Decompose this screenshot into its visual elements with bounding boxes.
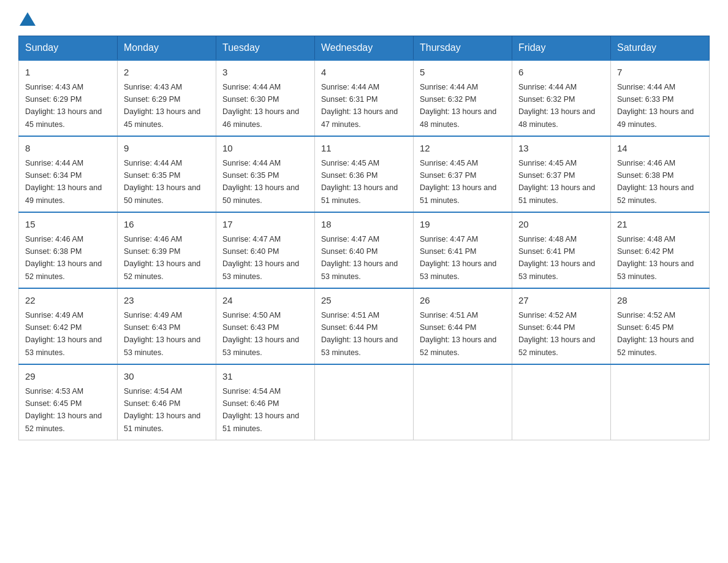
day-number: 1 <box>25 66 111 80</box>
day-info: Sunrise: 4:48 AMSunset: 6:41 PMDaylight:… <box>518 235 595 281</box>
day-info: Sunrise: 4:44 AMSunset: 6:30 PMDaylight:… <box>222 83 299 129</box>
day-number: 31 <box>222 370 308 384</box>
day-info: Sunrise: 4:47 AMSunset: 6:41 PMDaylight:… <box>420 235 496 281</box>
header <box>18 12 710 23</box>
day-number: 7 <box>617 66 703 80</box>
calendar-cell: 6Sunrise: 4:44 AMSunset: 6:32 PMDaylight… <box>512 60 611 136</box>
day-number: 8 <box>25 142 111 156</box>
calendar-cell <box>611 364 710 440</box>
calendar-cell: 25Sunrise: 4:51 AMSunset: 6:44 PMDayligh… <box>315 288 414 364</box>
day-number: 11 <box>321 142 407 156</box>
day-info: Sunrise: 4:49 AMSunset: 6:42 PMDaylight:… <box>25 311 102 357</box>
day-info: Sunrise: 4:44 AMSunset: 6:35 PMDaylight:… <box>124 159 200 205</box>
day-info: Sunrise: 4:47 AMSunset: 6:40 PMDaylight:… <box>222 235 299 281</box>
day-number: 23 <box>124 294 210 308</box>
weekday-header-thursday: Thursday <box>414 36 512 61</box>
weekday-header-wednesday: Wednesday <box>315 36 414 61</box>
calendar-week-row: 22Sunrise: 4:49 AMSunset: 6:42 PMDayligh… <box>19 288 710 364</box>
day-number: 30 <box>124 370 210 384</box>
day-info: Sunrise: 4:50 AMSunset: 6:43 PMDaylight:… <box>222 311 299 357</box>
day-number: 21 <box>617 218 703 232</box>
calendar-cell: 9Sunrise: 4:44 AMSunset: 6:35 PMDaylight… <box>118 136 216 212</box>
calendar-week-row: 29Sunrise: 4:53 AMSunset: 6:45 PMDayligh… <box>19 364 710 440</box>
day-info: Sunrise: 4:53 AMSunset: 6:45 PMDaylight:… <box>25 387 102 433</box>
day-info: Sunrise: 4:44 AMSunset: 6:34 PMDaylight:… <box>25 159 102 205</box>
day-info: Sunrise: 4:45 AMSunset: 6:36 PMDaylight:… <box>321 159 398 205</box>
day-number: 25 <box>321 294 407 308</box>
day-info: Sunrise: 4:54 AMSunset: 6:46 PMDaylight:… <box>124 387 200 433</box>
day-number: 3 <box>222 66 308 80</box>
calendar-cell: 4Sunrise: 4:44 AMSunset: 6:31 PMDaylight… <box>315 60 414 136</box>
day-info: Sunrise: 4:43 AMSunset: 6:29 PMDaylight:… <box>124 83 200 129</box>
day-number: 18 <box>321 218 407 232</box>
calendar-cell: 2Sunrise: 4:43 AMSunset: 6:29 PMDaylight… <box>118 60 216 136</box>
calendar-cell: 12Sunrise: 4:45 AMSunset: 6:37 PMDayligh… <box>414 136 512 212</box>
day-number: 22 <box>25 294 111 308</box>
weekday-header-sunday: Sunday <box>19 36 118 61</box>
day-number: 14 <box>617 142 703 156</box>
calendar-cell: 18Sunrise: 4:47 AMSunset: 6:40 PMDayligh… <box>315 212 414 288</box>
calendar-cell: 11Sunrise: 4:45 AMSunset: 6:36 PMDayligh… <box>315 136 414 212</box>
calendar-week-row: 1Sunrise: 4:43 AMSunset: 6:29 PMDaylight… <box>19 60 710 136</box>
day-info: Sunrise: 4:43 AMSunset: 6:29 PMDaylight:… <box>25 83 102 129</box>
calendar-cell: 24Sunrise: 4:50 AMSunset: 6:43 PMDayligh… <box>216 288 315 364</box>
day-info: Sunrise: 4:51 AMSunset: 6:44 PMDaylight:… <box>321 311 398 357</box>
day-info: Sunrise: 4:44 AMSunset: 6:35 PMDaylight:… <box>222 159 299 205</box>
calendar-cell: 19Sunrise: 4:47 AMSunset: 6:41 PMDayligh… <box>414 212 512 288</box>
day-info: Sunrise: 4:44 AMSunset: 6:32 PMDaylight:… <box>518 83 595 129</box>
day-number: 20 <box>518 218 604 232</box>
calendar-cell: 28Sunrise: 4:52 AMSunset: 6:45 PMDayligh… <box>611 288 710 364</box>
day-number: 6 <box>518 66 604 80</box>
day-number: 4 <box>321 66 407 80</box>
calendar-cell: 17Sunrise: 4:47 AMSunset: 6:40 PMDayligh… <box>216 212 315 288</box>
calendar-cell <box>512 364 611 440</box>
day-info: Sunrise: 4:44 AMSunset: 6:33 PMDaylight:… <box>617 83 694 129</box>
calendar-cell: 23Sunrise: 4:49 AMSunset: 6:43 PMDayligh… <box>118 288 216 364</box>
day-info: Sunrise: 4:46 AMSunset: 6:39 PMDaylight:… <box>124 235 200 281</box>
calendar-cell: 16Sunrise: 4:46 AMSunset: 6:39 PMDayligh… <box>118 212 216 288</box>
calendar-cell: 10Sunrise: 4:44 AMSunset: 6:35 PMDayligh… <box>216 136 315 212</box>
calendar-cell: 20Sunrise: 4:48 AMSunset: 6:41 PMDayligh… <box>512 212 611 288</box>
day-info: Sunrise: 4:46 AMSunset: 6:38 PMDaylight:… <box>617 159 694 205</box>
day-number: 10 <box>222 142 308 156</box>
weekday-header-monday: Monday <box>118 36 216 61</box>
calendar-week-row: 15Sunrise: 4:46 AMSunset: 6:38 PMDayligh… <box>19 212 710 288</box>
calendar-week-row: 8Sunrise: 4:44 AMSunset: 6:34 PMDaylight… <box>19 136 710 212</box>
weekday-header-row: SundayMondayTuesdayWednesdayThursdayFrid… <box>19 36 710 61</box>
weekday-header-saturday: Saturday <box>611 36 710 61</box>
calendar-cell: 8Sunrise: 4:44 AMSunset: 6:34 PMDaylight… <box>19 136 118 212</box>
weekday-header-tuesday: Tuesday <box>216 36 315 61</box>
calendar-cell: 14Sunrise: 4:46 AMSunset: 6:38 PMDayligh… <box>611 136 710 212</box>
day-number: 29 <box>25 370 111 384</box>
day-number: 28 <box>617 294 703 308</box>
day-info: Sunrise: 4:51 AMSunset: 6:44 PMDaylight:… <box>420 311 496 357</box>
calendar-cell: 5Sunrise: 4:44 AMSunset: 6:32 PMDaylight… <box>414 60 512 136</box>
day-number: 5 <box>420 66 506 80</box>
day-number: 16 <box>124 218 210 232</box>
calendar-table: SundayMondayTuesdayWednesdayThursdayFrid… <box>18 36 710 440</box>
calendar-cell: 30Sunrise: 4:54 AMSunset: 6:46 PMDayligh… <box>118 364 216 440</box>
calendar-cell: 1Sunrise: 4:43 AMSunset: 6:29 PMDaylight… <box>19 60 118 136</box>
day-info: Sunrise: 4:45 AMSunset: 6:37 PMDaylight:… <box>518 159 595 205</box>
day-number: 27 <box>518 294 604 308</box>
day-number: 9 <box>124 142 210 156</box>
day-number: 12 <box>420 142 506 156</box>
day-info: Sunrise: 4:44 AMSunset: 6:32 PMDaylight:… <box>420 83 496 129</box>
day-info: Sunrise: 4:44 AMSunset: 6:31 PMDaylight:… <box>321 83 398 129</box>
day-info: Sunrise: 4:47 AMSunset: 6:40 PMDaylight:… <box>321 235 398 281</box>
day-number: 13 <box>518 142 604 156</box>
calendar-cell: 21Sunrise: 4:48 AMSunset: 6:42 PMDayligh… <box>611 212 710 288</box>
calendar-cell: 13Sunrise: 4:45 AMSunset: 6:37 PMDayligh… <box>512 136 611 212</box>
calendar-cell <box>414 364 512 440</box>
day-info: Sunrise: 4:52 AMSunset: 6:44 PMDaylight:… <box>518 311 595 357</box>
day-number: 26 <box>420 294 506 308</box>
calendar-cell: 31Sunrise: 4:54 AMSunset: 6:46 PMDayligh… <box>216 364 315 440</box>
calendar-cell: 29Sunrise: 4:53 AMSunset: 6:45 PMDayligh… <box>19 364 118 440</box>
weekday-header-friday: Friday <box>512 36 611 61</box>
day-number: 17 <box>222 218 308 232</box>
calendar-cell: 7Sunrise: 4:44 AMSunset: 6:33 PMDaylight… <box>611 60 710 136</box>
day-info: Sunrise: 4:52 AMSunset: 6:45 PMDaylight:… <box>617 311 694 357</box>
day-info: Sunrise: 4:46 AMSunset: 6:38 PMDaylight:… <box>25 235 102 281</box>
calendar-cell: 3Sunrise: 4:44 AMSunset: 6:30 PMDaylight… <box>216 60 315 136</box>
calendar-cell <box>315 364 414 440</box>
